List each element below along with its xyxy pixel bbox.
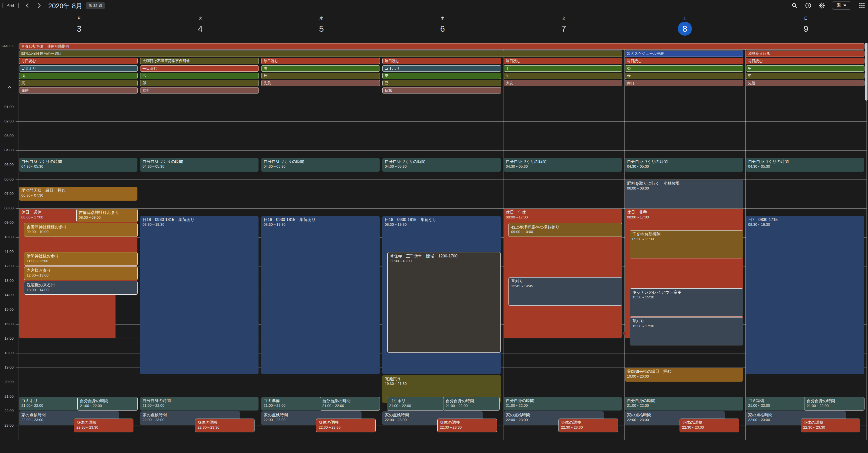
allday-event-chip[interactable]: 朝礼は保険担当の一週目: [19, 51, 622, 57]
event-chip[interactable]: 身体の調整22:30～23:30: [195, 419, 254, 432]
allday-event-chip[interactable]: 毎日読む: [382, 58, 501, 64]
allday-event-chip[interactable]: 友引: [140, 87, 259, 93]
event-chip[interactable]: 身体の調整22:30～23:30: [74, 419, 133, 432]
allday-event-chip[interactable]: 己: [140, 73, 259, 79]
event-chip[interactable]: 身体の調整22:30～23:30: [558, 419, 618, 432]
event-chip[interactable]: 自分自身づくりの時間04:30～05:30: [625, 158, 743, 172]
event-chip[interactable]: 自分自身の時間21:00～22:00: [504, 397, 622, 411]
day-header-4[interactable]: 火4: [140, 15, 261, 42]
date-number[interactable]: 5: [261, 22, 382, 36]
allday-event-chip[interactable]: 甲: [746, 65, 865, 72]
event-chip[interactable]: 自分自身の時間21:00～22:00: [140, 397, 258, 411]
day-header-9[interactable]: 日9: [745, 15, 867, 42]
allday-event-chip[interactable]: 火曜日は不適正募集事例研修: [140, 58, 259, 64]
event-chip[interactable]: 石上布津御霊神社様お参り09:00～10:00: [508, 223, 622, 237]
day-header-6[interactable]: 木6: [382, 15, 503, 42]
event-chip[interactable]: 身体の調整22:30～23:30: [316, 419, 376, 432]
allday-event-chip[interactable]: 先負: [261, 80, 380, 86]
event-chip[interactable]: 草刈り15:30～17:30: [630, 317, 743, 345]
allday-event-chip[interactable]: ゴミホリ: [19, 65, 138, 72]
allday-event-chip[interactable]: 赤口: [625, 80, 743, 86]
event-chip[interactable]: 薬師如来様の縁日 拝む19:00～20:00: [625, 368, 743, 382]
event-chip[interactable]: 自分自身づくりの時間04:30～05:30: [504, 158, 622, 172]
allday-event-chip[interactable]: 和暦を入れる: [746, 51, 865, 57]
vertical-scrollbar-thumb[interactable]: [865, 43, 868, 100]
event-chip[interactable]: 千光寺お墓掃除09:30～11:30: [630, 230, 743, 259]
event-chip[interactable]: 肥料を取りに行く 小林牧場06:00～08:00: [625, 180, 743, 208]
event-chip[interactable]: 身体の調整22:30～23:30: [680, 419, 739, 432]
event-chip[interactable]: 自分自身の時間21:00～22:00: [320, 397, 380, 411]
event-chip[interactable]: 身体の調整22:30～23:30: [801, 419, 860, 432]
prev-arrow-icon[interactable]: [24, 2, 31, 9]
event-chip[interactable]: 吉備津彦神社様お参り08:00～09:00: [76, 209, 138, 222]
allday-event-chip[interactable]: 次のスケジュール発表: [625, 51, 743, 57]
day-header-7[interactable]: 金7: [503, 15, 624, 42]
event-chip[interactable]: ゴミ準備21:00～22:00: [746, 397, 811, 411]
event-chip[interactable]: 自分自身の時間21:00～22:00: [625, 397, 743, 411]
event-chip[interactable]: 伊勢神社様お参り11:00～12:00: [24, 252, 138, 266]
next-arrow-icon[interactable]: [36, 2, 42, 9]
allday-event-chip[interactable]: 庚: [261, 65, 380, 72]
allday-event-chip[interactable]: 毎日読む: [625, 58, 743, 64]
day-header-5[interactable]: 水5: [261, 15, 382, 42]
allday-event-chip[interactable]: 毎日読む: [140, 65, 259, 72]
allday-event-chip[interactable]: 寅: [19, 80, 138, 86]
allday-event-chip[interactable]: 辛: [382, 73, 501, 79]
event-chip[interactable]: 毘沙門天様 縁日 拝む06:30～07:30: [19, 187, 137, 201]
date-number[interactable]: 7: [503, 22, 624, 36]
view-selector-dropdown[interactable]: 週: [832, 1, 851, 9]
event-chip[interactable]: 自分自身の時間21:00～22:00: [78, 397, 137, 411]
date-number[interactable]: 4: [140, 22, 261, 36]
date-number[interactable]: 8: [624, 22, 745, 36]
event-chip[interactable]: 自分自身の時間21:00～22:00: [804, 397, 864, 411]
event-chip[interactable]: ゴミ準備21:00～22:00: [261, 397, 327, 411]
allday-event-chip[interactable]: 毎日読む: [746, 58, 865, 64]
allday-event-chip[interactable]: 卯: [140, 80, 259, 86]
allday-event-chip[interactable]: 毎日読む: [504, 58, 622, 64]
allday-event-chip[interactable]: ゴミホリ: [382, 65, 501, 72]
allday-event-chip[interactable]: 申: [746, 73, 865, 79]
allday-event-chip[interactable]: 仏滅: [382, 87, 501, 93]
event-chip[interactable]: 自分自身づくりの時間04:30～05:30: [382, 158, 501, 172]
event-chip[interactable]: 吉備津神社様様お参り09:00～10:00: [24, 223, 138, 237]
event-chip[interactable]: 自分自身づくりの時間04:30～05:30: [261, 158, 380, 172]
event-chip[interactable]: ゴミホリ21:00～22:00: [19, 397, 85, 411]
day-header-3[interactable]: 月3: [19, 15, 140, 42]
event-chip[interactable]: 自分自身づくりの時間04:30～05:30: [746, 158, 864, 172]
event-chip[interactable]: 日18 0930-1815 集荷あり08:30～19:30: [261, 216, 380, 374]
today-date-circle[interactable]: 8: [678, 22, 692, 36]
event-chip[interactable]: 洗濯機の来る日13:00～14:00: [24, 281, 138, 295]
allday-event-chip[interactable]: 壬: [504, 65, 622, 72]
allday-event-chip[interactable]: 未: [625, 73, 743, 79]
date-number[interactable]: 3: [19, 22, 140, 36]
help-icon[interactable]: ?: [805, 2, 811, 9]
allday-event-chip[interactable]: 巳: [382, 80, 501, 86]
day-header-8[interactable]: 土8: [624, 15, 745, 42]
allday-event-chip[interactable]: 先勝: [746, 80, 865, 86]
collapse-allday-chevron-up-icon[interactable]: [6, 85, 12, 91]
allday-event-chip[interactable]: 毎日読む: [261, 58, 380, 64]
event-chip[interactable]: 自分自身づくりの時間04:30～05:30: [19, 158, 137, 172]
date-number[interactable]: 6: [382, 22, 503, 36]
event-chip[interactable]: 草刈り12:45～14:45: [508, 277, 622, 305]
event-chip[interactable]: 自分自身づくりの時間04:30～05:30: [140, 158, 258, 172]
event-chip[interactable]: キッチンのレイアウト変更13:30～15:30: [630, 288, 743, 316]
event-chip[interactable]: 内宮様お参り12:00～13:00: [24, 267, 138, 280]
event-chip[interactable]: 日18 0930-1815 集荷あり08:30～19:30: [140, 216, 258, 374]
event-chip[interactable]: 自分自身の時間21:00～22:00: [443, 397, 500, 411]
allday-event-chip[interactable]: 辰: [261, 73, 380, 79]
event-chip[interactable]: 身体の調整22:30～23:30: [437, 419, 497, 432]
event-chip[interactable]: 常住寺 三千佛堂 開場 1200-170011:00～18:00: [388, 252, 500, 353]
date-number[interactable]: 9: [745, 22, 867, 36]
allday-event-chip[interactable]: 戊: [19, 73, 138, 79]
allday-event-chip[interactable]: 午: [504, 73, 622, 79]
allday-event-chip[interactable]: 毎日読む: [19, 58, 138, 64]
settings-gear-icon[interactable]: [818, 2, 825, 9]
event-chip[interactable]: 日7 0830-171508:30～19:30: [746, 216, 864, 374]
allday-event-chip[interactable]: 大安: [504, 80, 622, 86]
allday-event-chip[interactable]: 青春18切符夏 使用可能期間: [19, 43, 865, 50]
search-icon[interactable]: [792, 2, 798, 9]
event-chip[interactable]: ゴミホリ21:00～22:00: [386, 397, 444, 411]
today-button[interactable]: 今日: [2, 2, 19, 9]
apps-grid-icon[interactable]: [859, 2, 865, 9]
